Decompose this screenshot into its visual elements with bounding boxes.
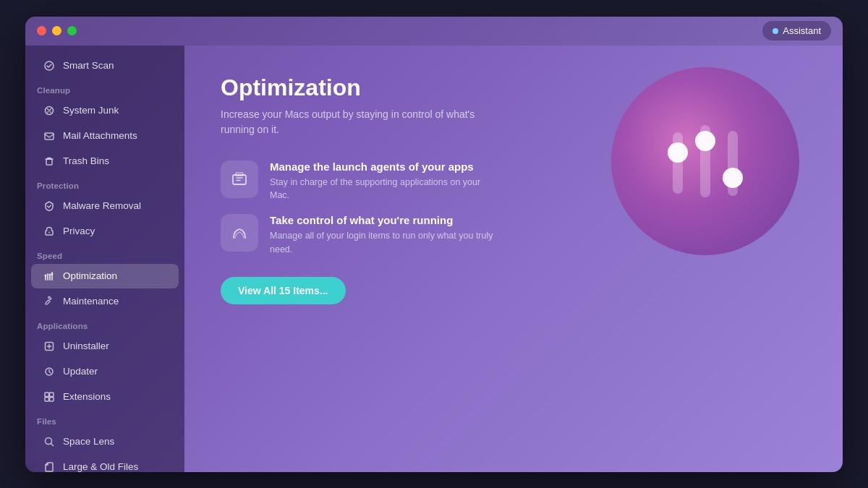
svg-point-22	[723, 168, 743, 188]
sidebar-item-uninstaller[interactable]: Uninstaller	[31, 334, 179, 359]
feature-text-launch-agents: Manage the launch agents of your apps St…	[270, 160, 501, 203]
svg-rect-11	[45, 397, 49, 401]
svg-point-4	[48, 231, 50, 233]
svg-point-6	[49, 273, 51, 275]
sidebar-section-speed: Speed	[25, 244, 184, 263]
minimize-button[interactable]	[52, 26, 61, 35]
feature-cards: Manage the launch agents of your apps St…	[221, 160, 553, 257]
titlebar: Assistant	[25, 17, 843, 46]
updater-icon	[43, 365, 56, 378]
sidebar-label-mail-attachments: Mail Attachments	[63, 130, 137, 141]
page-subtitle: Increase your Macs output by staying in …	[221, 107, 495, 137]
sidebar-label-system-junk: System Junk	[63, 105, 119, 116]
system-junk-icon	[43, 104, 56, 117]
app-window: Assistant Smart Scan Cleanup	[25, 17, 843, 472]
main-content: Optimization Increase your Macs output b…	[184, 46, 843, 472]
close-button[interactable]	[37, 26, 46, 35]
privacy-icon	[43, 225, 56, 238]
feature-card-launch-agents: Manage the launch agents of your apps St…	[221, 160, 553, 203]
login-items-icon	[221, 214, 258, 252]
svg-rect-9	[45, 393, 49, 397]
svg-rect-15	[233, 175, 246, 184]
sidebar-item-updater[interactable]: Updater	[31, 359, 179, 384]
sidebar-item-extensions[interactable]: Extensions	[31, 385, 179, 409]
large-files-icon	[43, 461, 56, 472]
feature-text-login-items: Take control of what you're running Mana…	[270, 214, 501, 257]
trash-icon	[43, 155, 56, 168]
sidebar-section-cleanup: Cleanup	[25, 79, 184, 98]
sidebar-item-space-lens[interactable]: Space Lens	[31, 429, 179, 454]
sidebar-label-trash-bins: Trash Bins	[63, 155, 109, 166]
smart-scan-icon	[43, 59, 56, 72]
sidebar-item-privacy[interactable]: Privacy	[31, 219, 179, 244]
sidebar-item-maintenance[interactable]: Maintenance	[31, 289, 179, 314]
svg-point-18	[668, 142, 688, 163]
maximize-button[interactable]	[67, 26, 77, 35]
sidebar-item-trash-bins[interactable]: Trash Bins	[31, 149, 179, 174]
assistant-dot-icon	[773, 28, 778, 34]
view-all-button[interactable]: View All 15 Items...	[221, 277, 346, 304]
sidebar-label-malware-removal: Malware Removal	[63, 200, 141, 211]
malware-icon	[43, 200, 56, 213]
assistant-label: Assistant	[783, 25, 821, 36]
sidebar-label-optimization: Optimization	[63, 270, 117, 281]
sidebar-item-mail-attachments[interactable]: Mail Attachments	[31, 124, 179, 148]
feature-desc-launch-agents: Stay in charge of the supporting applica…	[270, 176, 501, 203]
feature-desc-login-items: Manage all of your login items to run on…	[270, 229, 501, 257]
sidebar-label-updater: Updater	[63, 366, 98, 377]
feature-title-login-items: Take control of what you're running	[270, 214, 501, 226]
sidebar-label-smart-scan: Smart Scan	[63, 60, 114, 71]
sidebar: Smart Scan Cleanup System Junk	[25, 46, 184, 472]
svg-point-20	[695, 131, 715, 151]
sidebar-item-large-old-files[interactable]: Large & Old Files	[31, 455, 179, 472]
sidebar-label-uninstaller: Uninstaller	[63, 341, 109, 351]
maintenance-icon	[43, 295, 56, 308]
app-body: Smart Scan Cleanup System Junk	[25, 46, 843, 472]
mail-icon	[43, 129, 56, 142]
sidebar-label-large-old-files: Large & Old Files	[63, 461, 138, 472]
svg-rect-10	[50, 393, 54, 397]
sidebar-label-maintenance: Maintenance	[63, 296, 119, 307]
sidebar-label-privacy: Privacy	[63, 226, 95, 236]
svg-point-7	[51, 273, 54, 275]
illustration-circle	[611, 67, 799, 255]
optimization-icon	[43, 270, 56, 283]
sidebar-item-malware-removal[interactable]: Malware Removal	[31, 194, 179, 218]
assistant-button[interactable]: Assistant	[762, 21, 831, 40]
sidebar-label-extensions: Extensions	[63, 391, 111, 402]
svg-rect-16	[236, 173, 243, 176]
uninstaller-icon	[43, 340, 56, 353]
sidebar-section-files: Files	[25, 410, 184, 429]
feature-card-login-items: Take control of what you're running Mana…	[221, 214, 553, 257]
sidebar-section-applications: Applications	[25, 314, 184, 333]
svg-point-5	[45, 274, 47, 276]
svg-rect-17	[673, 132, 683, 194]
illustration	[611, 67, 799, 255]
traffic-lights	[37, 26, 77, 35]
sidebar-section-protection: Protection	[25, 174, 184, 193]
feature-title-launch-agents: Manage the launch agents of your apps	[270, 160, 501, 173]
svg-rect-3	[46, 159, 52, 165]
sidebar-item-optimization[interactable]: Optimization	[31, 264, 179, 288]
sidebar-item-smart-scan[interactable]: Smart Scan	[31, 53, 179, 78]
sliders-illustration	[647, 103, 763, 219]
space-lens-icon	[43, 435, 56, 448]
svg-rect-12	[50, 397, 54, 401]
svg-rect-2	[45, 133, 54, 140]
extensions-icon	[43, 390, 56, 403]
sidebar-label-space-lens: Space Lens	[63, 436, 114, 447]
sidebar-item-system-junk[interactable]: System Junk	[31, 98, 179, 123]
launch-agents-icon	[221, 160, 258, 198]
